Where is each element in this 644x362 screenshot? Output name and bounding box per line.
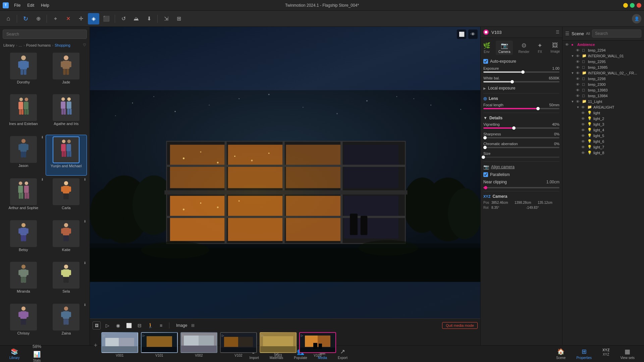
tree-item-light2[interactable]: 👁 💡 light_2 [562,116,644,121]
person-item-agathe-iris[interactable]: Agathe and Iris [46,93,87,133]
tree-item-arealight[interactable]: ▼ 👁 📁 AREALIGHT [562,104,644,110]
close-button[interactable] [637,3,641,8]
eye-interior-wall-02[interactable]: 👁 [576,71,581,75]
focal-length-slider-thumb[interactable] [536,107,540,110]
parallelism-checkbox[interactable] [483,172,488,177]
person-item-chrissy[interactable]: Chrissy [3,302,44,343]
close-tool-button[interactable]: ✕ [62,13,74,24]
eye-icon-ambience[interactable]: 👁 [565,43,570,47]
person-item-arthur-sophie[interactable]: ⬇ Arthur and Sophie [3,177,44,217]
timeline-list-btn[interactable]: ≡ [157,321,165,329]
exposure-slider-thumb[interactable] [521,70,525,74]
eye-brep2298[interactable]: 👁 [576,77,581,81]
camera-button[interactable]: ⬛ [101,13,112,24]
eye-arealight[interactable]: 👁 [581,105,586,109]
thumbnail-v101[interactable]: ▷ V101 [141,332,178,357]
home-button[interactable]: ⌂ [3,13,14,24]
eye-light4[interactable]: 👁 [581,128,586,132]
timeline-person-btn[interactable]: 🚶 [146,321,154,329]
camera-menu-icon[interactable]: ☰ [556,30,559,35]
focal-length-slider-track[interactable] [483,108,559,109]
thumbnail-v003[interactable]: ▷ V003 [260,332,297,357]
person-item-yunjin-michael[interactable]: Yunjin and Michael [46,135,87,176]
loading-button[interactable]: ↻ [20,13,31,24]
person-item-katie[interactable]: ⬇ Katie [46,219,87,259]
bottom-scene-button[interactable]: 🏠 Scene [552,347,570,361]
person-item-zaina[interactable]: ⬇ Zaina [46,302,87,343]
tree-item-11light[interactable]: ▼ 👁 📁 11_Light [562,99,644,104]
lens-section-title[interactable]: ◎ Lens [483,96,559,101]
breadcrumb-library[interactable]: Library [3,43,15,47]
eye-11light[interactable]: 👁 [576,100,581,104]
eye-brep13983[interactable]: 👁 [576,88,581,92]
align-camera-label[interactable]: Align camera [491,165,515,169]
eye-light3[interactable]: 👁 [581,122,586,126]
local-exposure-label[interactable]: Local exposure [488,86,515,90]
tree-item-light7[interactable]: 👁 💡 light_7 [562,144,644,150]
bottom-stats-button[interactable]: 📊 Stats [29,349,45,362]
expand-button[interactable]: ⇲ [160,13,172,24]
vignetting-slider-thumb[interactable] [512,126,516,130]
eye-light[interactable]: 👁 [581,111,586,115]
eye-light8[interactable]: 👁 [581,151,586,155]
tree-item-light8[interactable]: 👁 💡 light_8 [562,150,644,156]
left-search-input[interactable] [3,29,87,39]
auto-exposure-checkbox[interactable] [483,59,488,64]
exposure-slider-track[interactable] [483,71,559,73]
timeline-grid-btn[interactable]: ⊟ [136,321,144,329]
scene-menu-icon[interactable]: ☰ [565,31,570,36]
tree-item-light[interactable]: 👁 💡 light [562,110,644,116]
tree-item-ambience[interactable]: 👁 ● Ambience [562,42,644,47]
favorite-icon[interactable]: ♡ [83,43,86,47]
tree-item-light3[interactable]: 👁 💡 light_3 [562,121,644,127]
tree-item-brep13985[interactable]: 👁 ◻ brep_13985 [562,64,644,70]
tree-item-interior-wall-01[interactable]: ▼ 👁 📁 INTERIOR_WALL_01 [562,53,644,59]
eye-brep2295[interactable]: 👁 [576,60,581,64]
toggle-interior-wall-01[interactable]: ▼ [571,54,575,58]
viewport-preview-button[interactable]: 👁 [468,29,478,39]
menu-edit[interactable]: Edit [24,2,37,8]
toggle-interior-wall-02[interactable]: ▼ [571,71,575,75]
person-item-jason[interactable]: ⬇ Jason [3,135,44,176]
person-item-jade[interactable]: Jade [46,51,87,92]
person-item-miranda[interactable]: Miranda [3,260,44,301]
eye-light5[interactable]: 👁 [581,134,586,138]
eye-light2[interactable]: 👁 [581,117,586,121]
minimize-button[interactable] [623,3,628,8]
tree-item-brep2300[interactable]: 👁 ◻ brep_2300 [562,81,644,87]
thumbnail-v001[interactable]: ▷ V001 [101,332,138,357]
sharpness-slider-track[interactable] [483,137,559,138]
person-item-betsy[interactable]: Betsy [3,219,44,259]
tab-camera[interactable]: 📷 Camera [496,41,513,55]
person-item-ines-esteban[interactable]: Ines and Esteban [3,93,44,133]
details-section-title[interactable]: ▼ Details [483,116,559,120]
timeline-expand-btn[interactable]: ⊞ [191,323,195,328]
tree-item-interior-wall-02[interactable]: ▼ 👁 📁 INTERIOR_WALL_02_-_FR... [562,70,644,76]
tree-item-light5[interactable]: 👁 💡 light_5 [562,133,644,138]
scene-all-button[interactable]: All [586,32,590,36]
size-slider-track[interactable] [483,157,559,158]
add-thumbnail-button[interactable]: ＋ [93,341,99,349]
timeline-pano-btn[interactable]: ◉ [114,321,122,329]
breadcrumb-ellipsis[interactable]: … [18,43,22,47]
chromatic-slider-thumb[interactable] [483,146,487,149]
tree-item-brep2294[interactable]: 👁 ◻ brep_2294 [562,47,644,53]
landscape-button[interactable]: ⛰ [130,13,142,24]
bottom-xyz-button[interactable]: XYZ XYZ [598,347,613,361]
near-clipping-slider-thumb[interactable] [484,186,487,189]
scene-search-input[interactable] [592,29,641,38]
eye-brep13984[interactable]: 👁 [576,94,581,98]
menu-file[interactable]: File [11,2,23,8]
snap-button[interactable]: ⊕ [33,13,44,24]
size-slider-thumb[interactable] [482,156,485,159]
viewport-layout-button[interactable]: ⬜ [457,29,466,39]
maximize-button[interactable] [630,3,635,8]
tab-image[interactable]: 🖼 Image [548,41,562,55]
thumbnail-v102[interactable]: ▷ V102 [220,332,257,357]
rotate-button[interactable]: ↺ [118,13,129,24]
white-bal-slider-track[interactable] [483,81,559,82]
tree-item-brep2298[interactable]: 👁 ◻ brep_2298 [562,76,644,81]
tab-env[interactable]: 🌿 Env [480,41,493,55]
sharpness-slider-thumb[interactable] [483,136,487,139]
bottom-library-button[interactable]: 📚 Library [5,347,24,361]
